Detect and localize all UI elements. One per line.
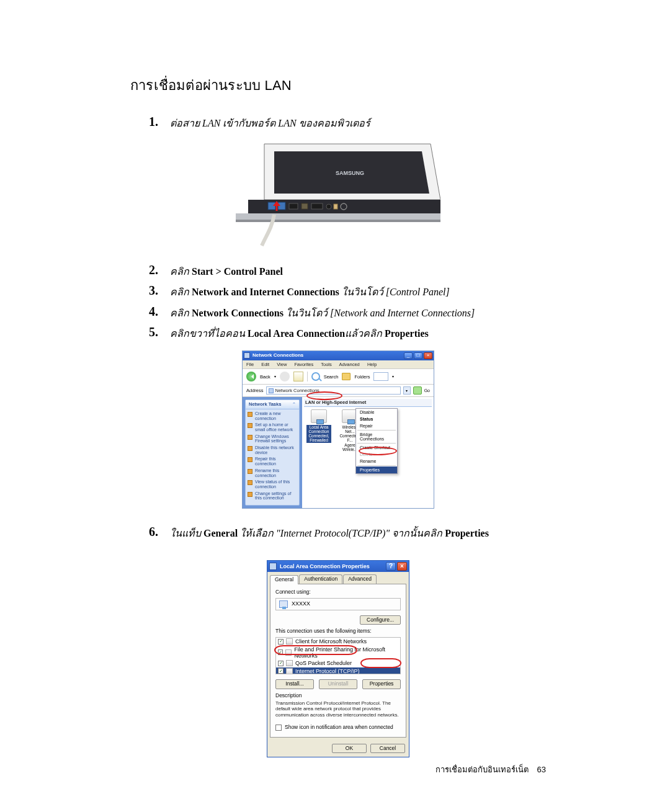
- checkbox-icon[interactable]: [275, 725, 282, 731]
- toolbar: Back▾ Search Folders ▾: [243, 368, 434, 385]
- dialog-icon: [269, 563, 277, 570]
- collapse-icon[interactable]: ⌃: [292, 402, 296, 407]
- task-item[interactable]: Change Windows Firewall settings: [248, 434, 297, 444]
- list-item[interactable]: ✓File and Printer Sharing for Microsoft …: [276, 646, 400, 660]
- help-button[interactable]: ?: [386, 562, 396, 571]
- menu-tools[interactable]: Tools: [321, 362, 332, 367]
- task-item[interactable]: Repair this connection: [248, 457, 297, 466]
- folders-label[interactable]: Folders: [354, 375, 370, 380]
- window-title: Network Connections: [252, 353, 403, 358]
- window-icon: [244, 352, 250, 359]
- step-text: ให้เลือก "Internet Protocol(TCP/IP)" จาก…: [238, 528, 445, 538]
- install-button[interactable]: Install...: [275, 679, 314, 689]
- dialog-title: Local Area Connection Properties: [280, 563, 386, 569]
- configure-button[interactable]: Configure...: [360, 615, 401, 625]
- tab-advanced[interactable]: Advanced: [343, 574, 377, 584]
- tab-authentication[interactable]: Authentication: [299, 574, 342, 584]
- ctx-rename[interactable]: Rename: [356, 458, 397, 465]
- step-number: 2.: [149, 263, 170, 280]
- task-item[interactable]: Rename this connection: [248, 468, 297, 478]
- task-item[interactable]: Disable this network device: [248, 445, 297, 455]
- close-button[interactable]: ×: [397, 562, 407, 571]
- cancel-button[interactable]: Cancel: [370, 744, 405, 754]
- page-number: 63: [537, 765, 546, 774]
- forward-icon[interactable]: [280, 372, 290, 381]
- ctx-repair[interactable]: Repair: [356, 422, 397, 429]
- step-4: 4. คลิก Network Connections ในวินโดว์ [N…: [149, 305, 546, 321]
- step-text: ต่อสาย LAN เข้ากับพอร์ต LAN ของคอมพิวเตอ…: [170, 118, 370, 128]
- list-item-tcpip[interactable]: ✓Internet Protocol (TCP/IP): [276, 667, 400, 675]
- step-number: 4.: [149, 305, 170, 321]
- tab-general[interactable]: General: [270, 575, 298, 584]
- svg-rect-7: [289, 203, 298, 209]
- search-icon[interactable]: [311, 372, 320, 381]
- items-list[interactable]: ✓Client for Microsoft Networks ✓File and…: [275, 637, 401, 674]
- menu-edit[interactable]: Edit: [261, 362, 269, 367]
- ctx-status[interactable]: Status: [356, 416, 397, 422]
- menu-view[interactable]: View: [277, 362, 287, 367]
- list-item[interactable]: ✓Client for Microsoft Networks: [276, 638, 400, 645]
- task-icon: [248, 480, 252, 485]
- menu-favorites[interactable]: Favorites: [294, 362, 313, 367]
- close-button[interactable]: ×: [424, 352, 432, 359]
- properties-button[interactable]: Properties: [362, 679, 401, 689]
- step-bold: Network and Internet Connections: [192, 287, 339, 297]
- description-text: Transmission Control Protocol/Internet P…: [275, 700, 401, 718]
- minimize-button[interactable]: _: [404, 352, 413, 359]
- back-icon[interactable]: [246, 372, 256, 381]
- step-text: คลิก: [170, 287, 192, 297]
- step-text: คลิกขวาที่ไอคอน: [170, 328, 248, 339]
- menu-help[interactable]: Help: [367, 362, 377, 367]
- ok-button[interactable]: OK: [332, 744, 367, 754]
- panel-header: Network Tasks: [249, 402, 281, 407]
- task-icon: [248, 469, 252, 474]
- ctx-shortcut[interactable]: Create Shortcut: [356, 444, 397, 451]
- address-dropdown-icon[interactable]: ▾: [403, 386, 411, 395]
- checkbox-icon[interactable]: ✓: [278, 649, 283, 655]
- list-item[interactable]: ✓QoS Packet Scheduler: [276, 659, 400, 667]
- task-item[interactable]: Change settings of this connection: [248, 491, 297, 501]
- screenshot-network-connections: Network Connections _ □ × File Edit View…: [130, 350, 546, 509]
- item-icon: [285, 649, 292, 656]
- laptop-svg: SAMSUNG: [236, 141, 440, 247]
- ctx-bridge[interactable]: Bridge Connections: [356, 431, 397, 442]
- address-input[interactable]: Network Connections: [266, 386, 401, 395]
- go-button[interactable]: [413, 386, 422, 395]
- item-icon: [286, 660, 293, 666]
- checkbox-icon[interactable]: ✓: [278, 668, 284, 674]
- folders-icon[interactable]: [342, 373, 351, 380]
- checkbox-icon[interactable]: ✓: [278, 639, 284, 645]
- show-icon-checkbox[interactable]: Show icon in notification area when conn…: [275, 725, 401, 731]
- category-header: LAN or High-Speed Internet: [304, 399, 432, 407]
- page-title: การเชื่อมต่อผ่านระบบ LAN: [130, 74, 546, 96]
- up-icon[interactable]: [293, 372, 303, 381]
- search-label[interactable]: Search: [324, 375, 339, 380]
- views-icon[interactable]: [373, 372, 388, 381]
- step-bold: Network Connections: [192, 308, 284, 318]
- maximize-button[interactable]: □: [414, 352, 422, 359]
- go-label: Go: [424, 388, 430, 393]
- step-text: แล้วคลิก: [345, 328, 385, 339]
- svg-marker-4: [236, 220, 440, 222]
- back-label[interactable]: Back: [260, 375, 270, 380]
- task-item[interactable]: Set up a home or small office network: [248, 422, 297, 432]
- ctx-delete: Delete: [356, 451, 397, 458]
- step-list: 1. ต่อสาย LAN เข้ากับพอร์ต LAN ของคอมพิว…: [130, 115, 546, 132]
- adapter-icon: [279, 600, 288, 608]
- menubar[interactable]: File Edit View Favorites Tools Advanced …: [243, 360, 434, 369]
- step-number: 3.: [149, 283, 170, 300]
- adapter-name: XXXXX: [292, 600, 310, 607]
- ctx-disable[interactable]: Disable: [356, 409, 397, 416]
- laptop-brand: SAMSUNG: [336, 170, 364, 176]
- menu-advanced[interactable]: Advanced: [339, 362, 359, 367]
- task-icon: [248, 412, 252, 417]
- sidebar: Network Tasks⌃ Create a new connection S…: [243, 397, 302, 508]
- ctx-properties[interactable]: Properties: [356, 466, 397, 473]
- menu-file[interactable]: File: [246, 362, 254, 367]
- task-item[interactable]: View status of this connection: [248, 480, 297, 489]
- connection-local-area[interactable]: Local Area ConnectionConnected, Firewall…: [306, 409, 331, 452]
- checkbox-icon[interactable]: ✓: [278, 661, 284, 666]
- page-footer: การเชื่อมต่อกับอินเทอร์เน็ต 63: [436, 763, 546, 776]
- task-item[interactable]: Create a new connection: [248, 411, 297, 421]
- network-connections-window: Network Connections _ □ × File Edit View…: [242, 350, 434, 509]
